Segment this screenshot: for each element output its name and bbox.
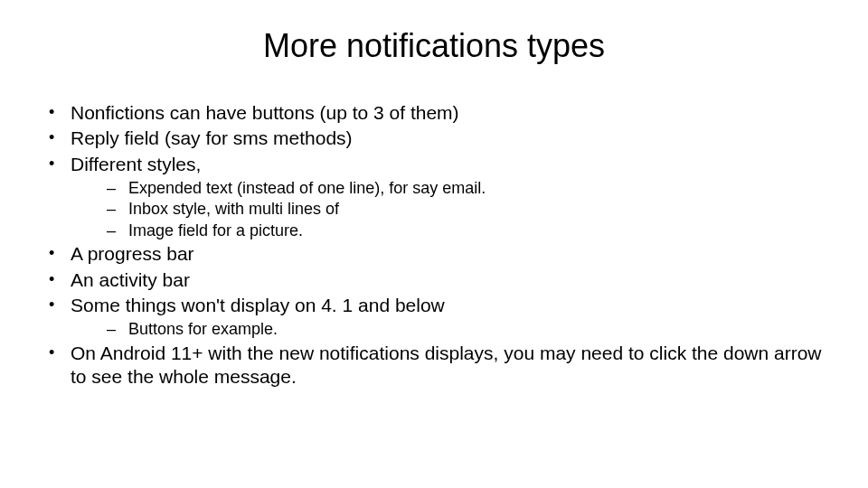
- list-item: Image field for a picture.: [71, 221, 832, 241]
- bullet-text: Expended text (instead of one line), for…: [128, 179, 486, 197]
- bullet-text: Inbox style, with multi lines of: [128, 200, 339, 218]
- slide-title: More notifications types: [0, 27, 868, 65]
- bullet-text: Reply field (say for sms methods): [71, 127, 353, 148]
- list-item: An activity bar: [36, 268, 832, 292]
- bullet-list: Nonfictions can have buttons (up to 3 of…: [36, 101, 832, 389]
- bullet-text: Buttons for example.: [128, 320, 278, 338]
- bullet-text: On Android 11+ with the new notification…: [71, 343, 822, 387]
- sub-bullet-list: Buttons for example.: [71, 319, 832, 340]
- bullet-text: Some things won't display on 4. 1 and be…: [71, 295, 445, 315]
- list-item: Expended text (instead of one line), for…: [71, 178, 832, 199]
- sub-bullet-list: Expended text (instead of one line), for…: [71, 178, 832, 241]
- bullet-text: An activity bar: [71, 269, 190, 290]
- bullet-text: A progress bar: [71, 243, 194, 264]
- list-item: Reply field (say for sms methods): [36, 127, 832, 150]
- list-item: On Android 11+ with the new notification…: [36, 342, 832, 389]
- slide-body: Nonfictions can have buttons (up to 3 of…: [36, 99, 832, 390]
- list-item: Some things won't display on 4. 1 and be…: [36, 294, 832, 340]
- list-item: A progress bar: [36, 242, 832, 266]
- list-item: Buttons for example.: [71, 319, 832, 340]
- bullet-text: Nonfictions can have buttons (up to 3 of…: [71, 102, 459, 123]
- list-item: Nonfictions can have buttons (up to 3 of…: [36, 101, 832, 125]
- bullet-text: Image field for a picture.: [128, 221, 303, 239]
- list-item: Different styles, Expended text (instead…: [36, 153, 832, 241]
- bullet-text: Different styles,: [71, 154, 201, 174]
- list-item: Inbox style, with multi lines of: [71, 199, 832, 220]
- slide: More notifications types Nonfictions can…: [0, 0, 868, 488]
